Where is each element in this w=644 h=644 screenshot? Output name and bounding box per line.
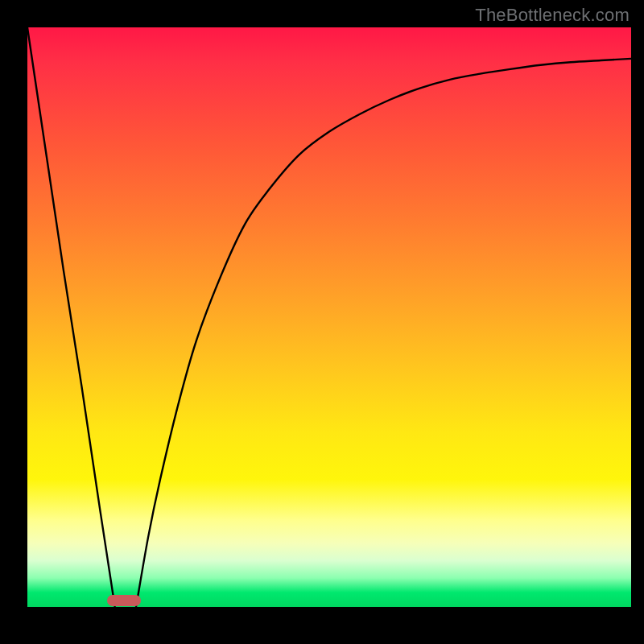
curve-layer <box>27 27 631 607</box>
watermark-text: TheBottleneck.com <box>475 5 630 26</box>
curve-descending-left <box>27 27 115 607</box>
optimum-marker <box>107 595 141 606</box>
curve-saturating-right <box>136 59 631 607</box>
chart-frame: TheBottleneck.com <box>0 0 644 644</box>
plot-area <box>27 27 631 607</box>
